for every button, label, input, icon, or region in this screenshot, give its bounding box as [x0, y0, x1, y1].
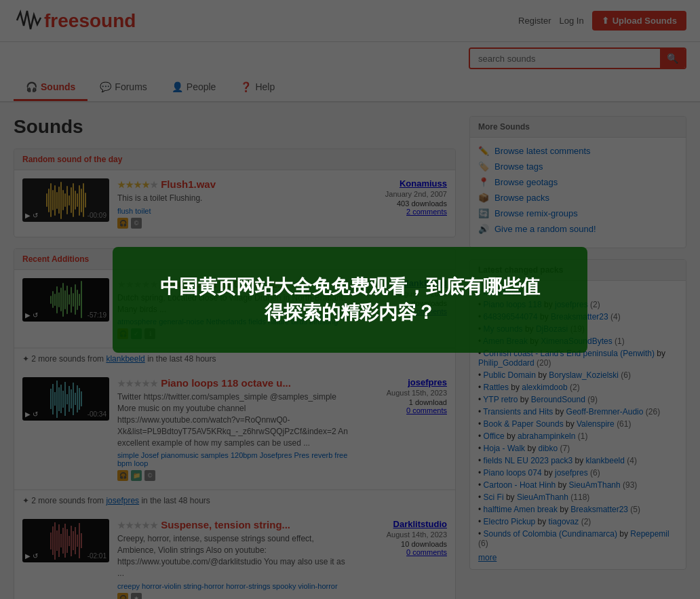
overlay-content: 中国黄页网站大全免免费观看，到底有哪些值得探索的精彩内容？	[113, 247, 587, 353]
overlay[interactable]: 中国黄页网站大全免免费观看，到底有哪些值得探索的精彩内容？	[0, 0, 700, 599]
